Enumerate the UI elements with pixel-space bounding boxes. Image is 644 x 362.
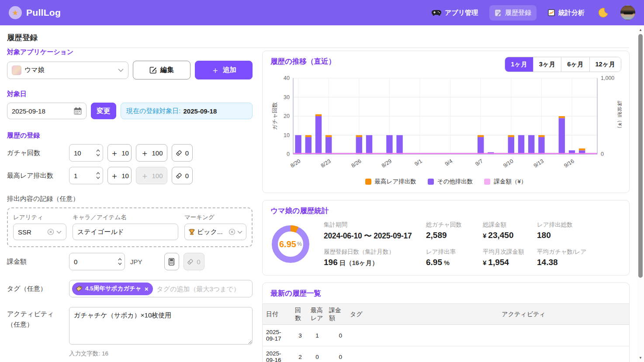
spinner-down-icon[interactable] [118, 262, 122, 265]
history-table: 日付 回数 最高レア 課金額 タグ アクティビティ 2025-09-17 3 1… [263, 303, 629, 362]
edit-app-button[interactable]: 編集 [133, 61, 190, 79]
date-input[interactable]: 2025-09-18 [7, 103, 87, 119]
rare-count-input[interactable] [69, 167, 103, 184]
history-table-card: 最新の履歴一覧 日付 回数 最高レア 課金額 タグ アクティビティ [262, 283, 630, 362]
activity-row: アクティビティ （任意） ガチャチケ（サポカ）×10枚使用 [7, 307, 253, 345]
nav-history-entry[interactable]: 履歴登録 [489, 5, 537, 21]
tag-add-input[interactable] [156, 285, 249, 293]
item-name-input[interactable] [73, 224, 178, 240]
rares-plus-10-button[interactable]: ＋10 [107, 167, 132, 184]
activity-textarea[interactable]: ガチャチケ（サポカ）×10枚使用 [69, 307, 253, 345]
scrollbar-thumb[interactable] [638, 34, 643, 278]
number-spinner [96, 167, 100, 184]
chart-title: 履歴の推移（直近） [270, 57, 336, 66]
moon-icon [599, 8, 608, 17]
app-icon [12, 66, 21, 75]
period-6m-button[interactable]: 6ヶ月 [561, 57, 589, 72]
app-select[interactable]: ウマ娘 [7, 62, 128, 79]
rarity-select[interactable]: SSR [13, 224, 66, 240]
expense-clear-button: 0 [184, 253, 204, 270]
pulls-plus-100-button[interactable]: ＋100 [136, 144, 167, 162]
number-spinner [96, 145, 100, 161]
svg-text:9/4: 9/4 [444, 158, 454, 167]
calculator-button[interactable] [164, 253, 179, 270]
period-12m-button[interactable]: 12ヶ月 [589, 57, 621, 72]
svg-text:9/7: 9/7 [474, 158, 484, 167]
expense-input[interactable] [69, 253, 125, 270]
page-title: 履歴登録 [7, 32, 629, 43]
spinner-up-icon[interactable] [96, 172, 100, 175]
clear-icon[interactable] [47, 228, 54, 235]
plus-icon: ＋ [110, 172, 118, 180]
stat-days-logged: 履歴登録日数（集計月数） 196日（16ヶ月） [324, 248, 422, 267]
main-nav: アプリ管理 履歴登録 統計分析 [426, 5, 635, 21]
legend-item[interactable]: 最高レア排出数 [365, 178, 416, 186]
memo-icon [495, 9, 502, 17]
user-avatar[interactable] [620, 5, 635, 20]
svg-text:1,000: 1,000 [601, 75, 614, 81]
rare-count-row: 最高レア排出数 ＋10 ＋100 0 [7, 167, 253, 184]
spinner-up-icon[interactable] [118, 258, 122, 261]
period-1m-button[interactable]: 1ヶ月 [505, 57, 533, 72]
brand-name: PullLog [26, 7, 61, 18]
stat-total-pulls: 総ガチャ回数 2,589 [426, 221, 479, 241]
marking-select[interactable]: ピック... [184, 224, 246, 240]
spinner-down-icon[interactable] [96, 154, 100, 156]
expense-row: 課金額 JPY 0 [7, 253, 253, 270]
add-app-button[interactable]: ＋ 追加 [195, 61, 253, 79]
legend-item[interactable]: 課金額（¥） [484, 178, 526, 186]
nav-app-management[interactable]: アプリ管理 [426, 5, 483, 21]
legend-item[interactable]: その他排出数 [428, 178, 473, 186]
scroll-down-arrow[interactable]: ▼ [637, 354, 644, 361]
marking-field: マーキング ピック... [184, 214, 246, 240]
svg-text:8/26: 8/26 [350, 158, 362, 169]
stat-monthly-expense: 平均月次課金額 ¥1,954 [483, 248, 533, 267]
current-date-info: 現在の登録対象日: 2025-09-18 [121, 103, 253, 119]
calendar-icon[interactable] [74, 107, 82, 115]
svg-text:課金額（¥）: 課金額（¥） [617, 101, 622, 131]
rare-rate-donut: 6.95 % [270, 224, 311, 264]
plus-icon: ＋ [211, 66, 219, 74]
clear-icon[interactable] [229, 228, 235, 235]
scroll-up-arrow[interactable]: ▲ [637, 26, 644, 33]
brand-logo[interactable]: ★ PullLog [9, 6, 61, 19]
nav-statistics[interactable]: 統計分析 [543, 5, 590, 21]
rare-count-field[interactable] [74, 172, 92, 179]
tag-chip[interactable]: 4.5周年サポカガチャ × [72, 283, 153, 295]
rares-clear-button[interactable]: 0 [172, 167, 193, 184]
vertical-scrollbar[interactable]: ▲ ▼ [637, 25, 644, 362]
stats-title: ウマ娘の履歴統計 [270, 206, 621, 216]
table-row: 2025-09-16 2 0 0 [263, 346, 629, 362]
item-name-text[interactable] [77, 228, 173, 236]
theme-toggle[interactable] [599, 8, 608, 17]
calculator-icon [169, 258, 174, 265]
svg-text:40: 40 [284, 75, 290, 81]
spinner-up-icon[interactable] [96, 149, 100, 152]
dashboard-column: 履歴の推移（直近） 1ヶ月 3ヶ月 6ヶ月 12ヶ月 0102030408/20… [262, 51, 630, 362]
pulls-plus-10-button[interactable]: ＋10 [107, 144, 132, 162]
svg-text:10: 10 [284, 132, 290, 138]
rares-plus-100-button: ＋100 [136, 167, 167, 184]
svg-text:9/13: 9/13 [533, 158, 545, 169]
pull-count-field[interactable] [74, 149, 92, 157]
tag-input-box[interactable]: 4.5周年サポカガチャ × [69, 280, 253, 297]
expense-field[interactable] [74, 258, 114, 265]
stat-rare-rate: レア排出率 6.95% [426, 248, 479, 267]
plus-icon: ＋ [140, 149, 149, 157]
stats-grid: 集計期間 2024-06-10 〜 2025-09-17 総ガチャ回数 2,58… [324, 221, 621, 267]
star-icon: ★ [12, 9, 18, 17]
tag-icon [76, 286, 82, 292]
svg-text:8/20: 8/20 [289, 158, 301, 169]
pulls-clear-button[interactable]: 0 [172, 144, 193, 162]
change-date-button[interactable]: 変更 [91, 103, 116, 119]
detail-section-label: 排出内容の記録（任意） [7, 195, 253, 203]
spinner-down-icon[interactable] [96, 176, 100, 179]
entry-section-label: 履歴の登録 [7, 131, 253, 140]
remove-tag-icon[interactable]: × [145, 285, 149, 293]
eraser-icon [187, 259, 194, 265]
svg-text:9/1: 9/1 [413, 158, 423, 167]
pull-count-input[interactable] [69, 144, 103, 162]
pull-detail-fieldset: レアリティ SSR キャラ／アイテム名 マーキング [7, 207, 253, 247]
trend-chart-card: 履歴の推移（直近） 1ヶ月 3ヶ月 6ヶ月 12ヶ月 0102030408/20… [262, 51, 630, 193]
period-3m-button[interactable]: 3ヶ月 [533, 57, 561, 72]
